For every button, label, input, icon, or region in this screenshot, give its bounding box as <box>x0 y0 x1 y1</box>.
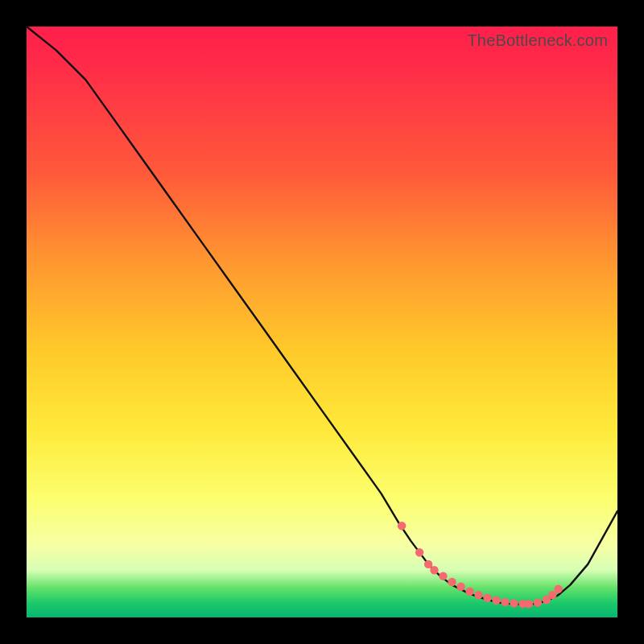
highlight-dot <box>465 588 473 596</box>
highlight-dot <box>525 600 533 608</box>
highlight-dot <box>554 585 562 593</box>
highlight-dot <box>501 598 509 606</box>
highlight-dot <box>510 599 518 607</box>
highlight-dot <box>439 572 447 580</box>
highlight-dot <box>424 560 432 568</box>
highlight-dot <box>492 597 500 605</box>
highlight-dot <box>398 522 406 530</box>
bottleneck-curve <box>27 27 617 605</box>
chart-frame: TheBottleneck.com <box>0 0 644 644</box>
chart-svg <box>27 27 617 617</box>
highlight-dot <box>483 594 491 602</box>
highlight-dot <box>448 578 456 586</box>
highlight-dot <box>415 548 423 556</box>
highlight-dot <box>474 591 482 599</box>
highlight-dot <box>456 583 464 591</box>
highlight-dot <box>534 598 542 606</box>
highlight-dot <box>430 566 438 574</box>
highlight-dot-group <box>398 522 563 608</box>
chart-plot-area: TheBottleneck.com <box>27 27 617 617</box>
